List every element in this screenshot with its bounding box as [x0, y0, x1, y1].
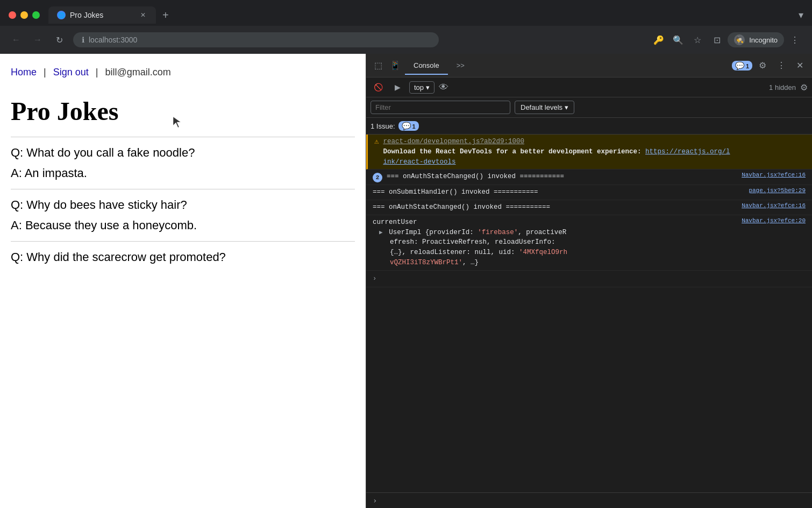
password-icon[interactable]: 🔑 — [650, 31, 667, 48]
menu-button[interactable]: ⋮ — [786, 31, 803, 48]
filter-row: Default levels ▾ — [366, 97, 812, 118]
log-source-2[interactable]: page.jsx?5be9:29 — [749, 187, 806, 194]
cursor-icon — [172, 116, 183, 129]
devtools-panel: ⬚ 📱 Console >> 💬 1 ⚙ ⋮ ✕ 🚫 ▶ top ▾ 👁 1 h… — [366, 54, 812, 508]
console-input-row: › — [366, 492, 812, 508]
url-text: localhost:3000 — [89, 36, 137, 44]
toolbar-icons: 🔑 🔍 ☆ ⊡ 🕵 Incognito ⋮ — [650, 31, 803, 48]
nav-separator-2: | — [96, 67, 98, 77]
eye-icon[interactable]: 👁 — [439, 82, 448, 93]
log-source-4[interactable]: Navbar.jsx?efce:20 — [742, 217, 806, 224]
minimize-window-button[interactable] — [20, 11, 28, 19]
expand-arrow[interactable]: ▶ — [379, 229, 383, 236]
warning-icon: ⚠ — [374, 137, 379, 146]
tab-title: Pro Jokes — [70, 11, 103, 19]
levels-chevron-icon: ▾ — [565, 103, 568, 111]
sign-out-link[interactable]: Sign out — [53, 67, 89, 77]
url-port: :3000 — [118, 36, 137, 44]
user-email: bill@gmail.com — [105, 67, 171, 77]
issues-bar: 1 Issue: 💬 1 — [366, 118, 812, 135]
hidden-count: 1 hidden — [769, 83, 796, 91]
devtools-badge: 💬 1 — [732, 61, 752, 70]
maximize-window-button[interactable] — [32, 11, 40, 19]
joke-1-question: Q: What do you call a fake noodle? — [11, 146, 355, 160]
current-user-label: currentUser — [373, 217, 737, 228]
log-content-1: === onAuthStateChanged() invoked =======… — [387, 172, 737, 182]
warning-text: Download the React DevTools for a better… — [383, 147, 806, 167]
divider-2 — [11, 189, 355, 189]
frame-dropdown-icon: ▾ — [426, 83, 430, 91]
nav-separator-1: | — [44, 67, 46, 77]
log-text-3: === onAuthStateChanged() invoked =======… — [373, 203, 550, 211]
issues-count: 1 Issue: 💬 1 — [371, 121, 419, 131]
log-content-3: === onAuthStateChanged() invoked =======… — [373, 202, 737, 213]
console-prompt: › — [373, 496, 377, 505]
forward-button[interactable]: → — [30, 32, 45, 47]
levels-label: Default levels — [521, 103, 562, 111]
log-source-1[interactable]: Navbar.jsx?efce:16 — [742, 172, 806, 178]
warning-content: react-dom/development.js?ab2d9:1000 Down… — [383, 137, 806, 167]
levels-dropdown[interactable]: Default levels ▾ — [515, 101, 574, 114]
more-tabs-button[interactable]: >> — [448, 57, 473, 75]
reload-button[interactable]: ↻ — [52, 32, 67, 47]
back-button[interactable]: ← — [9, 32, 24, 47]
console-line-current-user: currentUser ▶ UserImpl {providerId: 'fir… — [366, 215, 812, 271]
split-screen-icon[interactable]: ⊡ — [708, 31, 725, 48]
filter-input[interactable] — [371, 101, 510, 114]
devtools-settings-icon[interactable]: ⚙ — [754, 56, 771, 75]
tab-close-button[interactable]: ✕ — [139, 11, 147, 19]
joke-1-answer: A: An impasta. — [11, 166, 355, 180]
devtools-toolbar: ⬚ 📱 Console >> 💬 1 ⚙ ⋮ ✕ — [366, 54, 812, 77]
incognito-icon: 🕵 — [734, 34, 745, 45]
top-label: top — [414, 83, 424, 91]
inspect-element-icon[interactable]: ⬚ — [371, 58, 386, 73]
security-icon: ℹ — [82, 36, 84, 44]
address-bar: ← → ↻ ℹ localhost:3000 🔑 🔍 ☆ ⊡ 🕵 Incogni… — [0, 26, 812, 54]
issues-label: 1 Issue: — [371, 122, 395, 130]
divider-1 — [11, 137, 355, 137]
incognito-button[interactable]: 🕵 Incognito — [728, 32, 784, 47]
incognito-label: Incognito — [749, 36, 778, 44]
log-text-2: === onSubmitHandler() invoked ==========… — [373, 188, 538, 196]
console-line-submit: === onSubmitHandler() invoked ==========… — [366, 185, 812, 200]
console-toolbar: 🚫 ▶ top ▾ 👁 1 hidden ⚙ — [366, 77, 812, 97]
log-content-4: currentUser ▶ UserImpl {providerId: 'fir… — [373, 217, 737, 268]
log-text-1: === onAuthStateChanged() invoked =======… — [387, 173, 564, 180]
close-window-button[interactable] — [9, 11, 16, 19]
console-tab[interactable]: Console — [405, 57, 448, 75]
url-scheme: localhost — [89, 36, 118, 44]
current-user-obj: ▶ UserImpl {providerId: 'firebase', proa… — [373, 228, 737, 268]
tab-favicon: 🌐 — [57, 11, 66, 19]
tab-list-button[interactable]: ▾ — [790, 9, 812, 21]
joke-3-question: Q: Why did the scarecrow get promoted? — [11, 250, 355, 264]
bookmark-icon[interactable]: ☆ — [689, 31, 706, 48]
clear-console-icon[interactable]: 🚫 — [371, 80, 386, 95]
url-bar[interactable]: ℹ localhost:3000 — [73, 32, 439, 47]
page-content: Home | Sign out | bill@gmail.com Pro Jok… — [0, 54, 366, 508]
console-line-warning: ⚠ react-dom/development.js?ab2d9:1000 Do… — [366, 135, 812, 170]
console-input[interactable] — [381, 497, 806, 505]
repeat-badge: 2 — [373, 173, 382, 182]
console-settings-icon[interactable]: ⚙ — [800, 82, 808, 93]
console-expand-row: › — [366, 271, 812, 287]
warning-source-link[interactable]: react-dom/development.js?ab2d9:1000 — [383, 137, 806, 147]
expand-section-arrow[interactable]: › — [371, 273, 379, 285]
joke-2-answer: A: Because they use a honeycomb. — [11, 218, 355, 232]
home-link[interactable]: Home — [11, 67, 37, 77]
window-controls — [0, 11, 48, 19]
page-nav: Home | Sign out | bill@gmail.com — [11, 67, 355, 78]
device-mode-icon[interactable]: 📱 — [388, 58, 403, 73]
joke-2-question: Q: Why do bees have sticky hair? — [11, 198, 355, 212]
devtools-close-button[interactable]: ✕ — [792, 56, 808, 75]
page-title: Pro Jokes — [11, 96, 355, 126]
new-tab-button[interactable]: + — [156, 9, 175, 22]
frame-selector[interactable]: top ▾ — [409, 81, 435, 94]
log-content-2: === onSubmitHandler() invoked ==========… — [373, 187, 744, 197]
active-tab[interactable]: 🌐 Pro Jokes ✕ — [48, 6, 156, 24]
devtools-more-icon[interactable]: ⋮ — [773, 56, 790, 75]
play-icon[interactable]: ▶ — [390, 80, 405, 95]
log-source-3[interactable]: Navbar.jsx?efce:16 — [742, 202, 806, 209]
zoom-icon[interactable]: 🔍 — [669, 31, 687, 48]
issue-badge: 💬 1 — [398, 121, 419, 131]
console-output: ⚠ react-dom/development.js?ab2d9:1000 Do… — [366, 135, 812, 492]
